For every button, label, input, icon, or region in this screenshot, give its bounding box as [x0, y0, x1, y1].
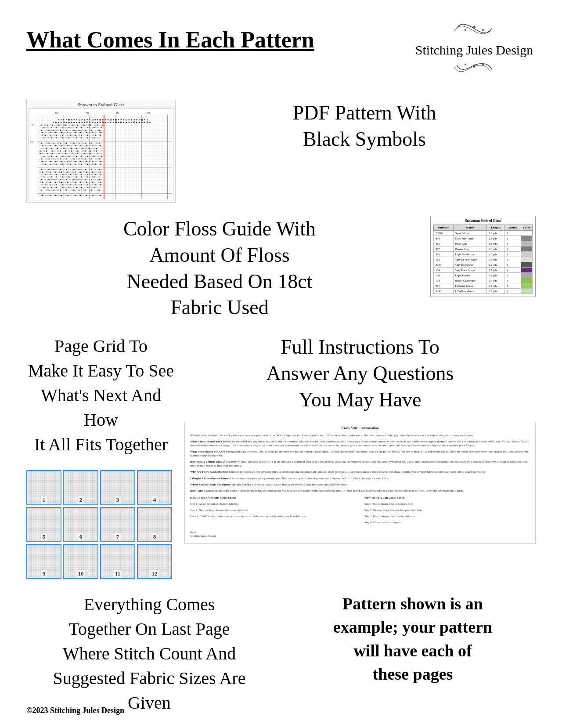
floss-guide-image: Snowman Stained Glass Number Name Length… [430, 216, 536, 297]
svg-text:+: + [84, 121, 85, 123]
section-middle: Page Grid ToMake It Easy To SeeWhat's Ne… [26, 334, 536, 579]
thumb-12: 12 [137, 544, 172, 579]
thumbnail-grid: 1 2 3 4 5 [26, 470, 176, 579]
full-step-1: Step 1: Go up through the bottom left ho… [364, 502, 530, 506]
svg-text:×: × [53, 121, 54, 123]
svg-text:+□×■×+×□×■×+×■×+□×■×+×□■×+×□×■: +□×■×+×□×■×+×■×+□×■×+×□■×+×□×■×+×■×+□×■×… [40, 137, 101, 139]
half-step-2: Step 2: Next go down through the upper r… [190, 508, 356, 512]
floss-feature-text: Color Floss Guide WithAmount Of FlossNee… [26, 216, 413, 321]
cross-info-learn: How Can I Learn How To Cross Stitch? The… [190, 489, 530, 493]
half-step-note: For a ½ (Half) Stitch, you're done - you… [190, 514, 356, 518]
svg-text:■: ■ [84, 119, 85, 121]
floss-title: Color Floss Guide WithAmount Of FlossNee… [123, 216, 316, 321]
svg-text:■: ■ [131, 119, 132, 121]
svg-text:□×■×+×□×■×+×■×+□×■×+×□■×+×□×■×: □×■×+×□×■×+×■×+□×■×+×□■×+×□×■×+×■×+□×■×+… [40, 131, 102, 134]
svg-text:×: × [61, 119, 62, 121]
thumb-7: 7 [100, 507, 135, 542]
svg-text:+: + [58, 121, 59, 123]
half-stitch-col: How To Do A ½ (Half) Cross Stitch Step 1… [190, 496, 356, 526]
svg-text:×: × [113, 121, 114, 123]
left-column: Page Grid ToMake It Easy To SeeWhat's Ne… [26, 334, 176, 579]
svg-text:+□×■×+×□×■×+×■×+□×■×+×□■×+×□×■: +□×■×+×□×■×+×■×+□×■×+×□■×+×□×■×+×■×+□×■×… [40, 176, 101, 178]
svg-text:+: + [86, 119, 88, 121]
svg-text:×: × [66, 119, 67, 121]
svg-text:×: × [89, 121, 90, 123]
svg-text:+×□×■×+×■×+□×■×+×□■×+×□×■×+×■×: +×□×■×+×■×+□×■×+×□■×+×□×■×+×■×+□×■×+×□■×… [40, 134, 102, 136]
svg-text:×: × [76, 121, 78, 123]
svg-text:×: × [144, 121, 145, 123]
svg-text:□: □ [92, 119, 93, 121]
pattern-title-label: Snowman Stained Glass [29, 102, 173, 107]
svg-text:×: × [113, 119, 114, 121]
svg-text:×: × [94, 121, 96, 123]
logo-text: Stitching Jules Design [413, 41, 536, 58]
cross-info-mono: I Bought A Monochrome Pattern! For monoc… [190, 476, 530, 480]
pattern-shown-title: Pattern shown is anexample; your pattern… [333, 592, 492, 686]
svg-text:70: 70 [86, 111, 89, 114]
pdf-title: PDF Pattern WithBlack Symbols [293, 100, 436, 152]
svg-text:+□×■×+×□×■×+×■×+□×■×+×□■×+×□×■: +□×■×+×□×■×+×■×+□×■×+×□■×+×□×■×+×■×+□×■×… [40, 127, 102, 129]
svg-text:□: □ [79, 119, 80, 121]
svg-text:■: ■ [55, 121, 57, 123]
svg-text:+: + [74, 121, 75, 123]
full-instructions-title: Full Instructions ToAnswer Any Questions… [267, 334, 454, 413]
svg-text:+×□×■×+×■×+□×■×+×□■×+×□×■×+×■×: +×□×■×+×■×+□×■×+×□■×+×□×■×+×■×+□×■×+×□■×… [40, 163, 102, 165]
cross-info-black: Why Are There Black Stitches? Some of my… [190, 470, 530, 474]
svg-point-3 [473, 65, 476, 68]
everything-together-area: Everything ComesTogether On Last PageWhe… [26, 592, 272, 715]
svg-text:■: ■ [105, 121, 106, 123]
half-step-1: Step 1: Go up through the bottom left ho… [190, 502, 356, 506]
svg-text:■: ■ [136, 121, 137, 123]
section-bottom: Everything ComesTogether On Last PageWhe… [26, 592, 536, 715]
svg-text:×■×+×□×■×+×■×+□×■×+×□■×+×□×■×+: ×■×+×□×■×+×■×+□×■×+×□■×+×□×■×+×■×+□×■×+×… [40, 158, 102, 160]
svg-text:■: ■ [92, 121, 93, 123]
svg-text:□: □ [102, 121, 104, 123]
logo-area: Stitching Jules Design [413, 18, 536, 82]
full-stitch-col: How To Do A Full Cross Stitch Step 1: Go… [364, 496, 530, 526]
svg-text:+: + [97, 119, 98, 121]
thumb-10: 10 [63, 544, 98, 579]
pattern-image-container: Snowman Stained Glass 10 20 60 70 80 90 [26, 100, 176, 203]
svg-text:+: + [141, 121, 143, 123]
svg-text:□×■×+×□×■×+×■×+□×■×+×□■×+×□×■×: □×■×+×□×■×+×■×+□×■×+×□■×+×□×■×+×■×+□×■×+… [40, 181, 102, 183]
thumb-1: 1 [26, 470, 61, 505]
page-grid-text: Page Grid ToMake It Easy To SeeWhat's Ne… [26, 334, 176, 457]
svg-text:×: × [128, 121, 130, 123]
floss-table: Snowman Stained Glass Number Name Length… [430, 216, 536, 297]
svg-text:×: × [102, 119, 104, 121]
svg-text:■: ■ [100, 119, 101, 121]
page: What Comes In Each Pattern Stitching Jul… [0, 0, 562, 728]
cross-info-how: How Should I Stitch This? If you prefer … [190, 460, 530, 467]
svg-text:×■×+×□×■×+×■×+□×■×+×□■×+×□×■×+: ×■×+×□×■×+×■×+□×■×+×□■×+×□×■×+×■×+□×■×+×… [40, 168, 102, 170]
svg-text:×■×+×□×■×+×■×+□×■×+×□■×+×□×■×+: ×■×+×□×■×+×■×+□×■×+×□■×+×□×■×+×■×+□×■×+×… [40, 189, 102, 191]
cross-info-start: Where Should I Start My Pattern On The F… [190, 482, 530, 486]
thumb-4: 4 [137, 470, 172, 505]
cross-info-floss: What Floss Should You Use? I designed th… [190, 449, 530, 457]
svg-text:□: □ [126, 119, 127, 121]
section-pdf: Snowman Stained Glass 10 20 60 70 80 90 [26, 100, 536, 203]
pattern-shown-area: Pattern shown is anexample; your pattern… [290, 592, 536, 686]
pattern-preview: Snowman Stained Glass 10 20 60 70 80 90 [26, 100, 176, 203]
svg-text:+□×■×+×□×■×+×■×+□×■×+×□■×+×□×■: +□×■×+×□×■×+×■×+□×■×+×□■×+×□×■×+×■×+□×■×… [40, 186, 101, 188]
svg-point-1 [465, 29, 466, 31]
right-column: Full Instructions ToAnswer Any Questions… [184, 334, 536, 544]
svg-text:10: 10 [30, 123, 33, 127]
svg-text:×■×+×□×■×+×■×+□×■×+×□■×+×□×■×+: ×■×+×□×■×+×■×+□×■×+×□■×+×□×■×+×■×+□×■×+×… [40, 178, 102, 181]
svg-text:□: □ [86, 121, 88, 123]
cross-info-fabric: What Fabric Should You Choose? It's my b… [190, 439, 530, 447]
svg-text:×: × [123, 121, 125, 123]
svg-text:+: + [121, 119, 122, 121]
svg-text:□×■×+×□×■×+×■×+□×■×+×□■×+×□×■×: □×■×+×□×■×+×■×+□×■×+×□■×+×□×■×+×■×+□×■×+… [40, 171, 102, 173]
svg-text:□×■×+×□×■×+×■×+□×■×+×□■×+×□×■×: □×■×+×□×■×+×■×+□×■×+×□■×+×□×■×+×■×+□×■×+… [40, 194, 102, 196]
svg-text:+: + [74, 119, 75, 121]
svg-text:×: × [71, 121, 72, 123]
svg-text:80: 80 [116, 111, 119, 114]
svg-text:×: × [149, 121, 151, 123]
svg-text:20: 20 [30, 141, 33, 144]
svg-text:+×□×■×+×■×+□×■×+×□■×+×□×■×+×■×: +×□×■×+×■×+□×■×+×□■×+×□×■×+×■×+□×■×+×□■×… [40, 184, 102, 186]
svg-text:×: × [89, 119, 90, 121]
cross-info-title: Cross Stitch Information [190, 426, 530, 431]
thumb-8: 8 [137, 507, 172, 542]
svg-text:×■+×□×■×+×■×+□×■×+×□■×+×□×■×+×: ×■+×□×■×+×■×+□×■×+×□■×+×□×■×+×■×+□×■×+×□… [40, 124, 104, 126]
page-title: What Comes In Each Pattern [26, 18, 314, 54]
